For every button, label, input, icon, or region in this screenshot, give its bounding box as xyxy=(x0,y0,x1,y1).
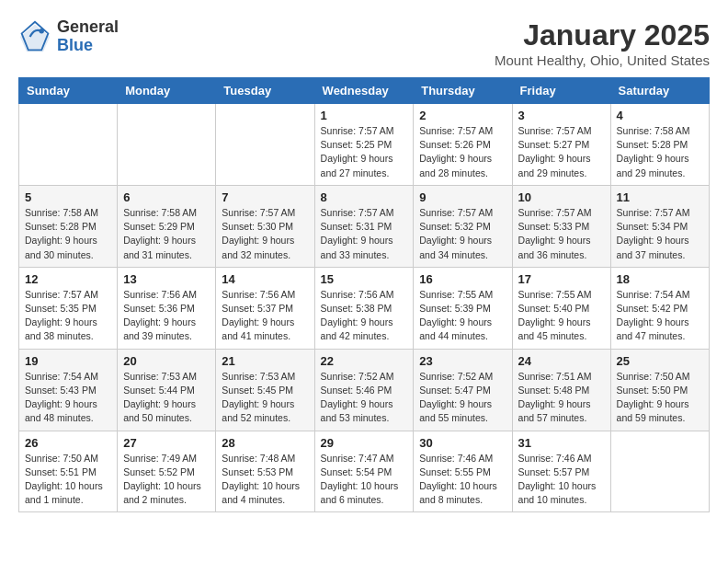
day-number: 25 xyxy=(617,354,703,368)
day-number: 15 xyxy=(321,272,408,286)
day-number: 3 xyxy=(518,109,605,122)
calendar-cell: 3Sunrise: 7:57 AM Sunset: 5:27 PM Daylig… xyxy=(512,104,610,186)
day-info: Sunrise: 7:47 AM Sunset: 5:54 PM Dayligh… xyxy=(321,452,408,508)
calendar-week-row: 26Sunrise: 7:50 AM Sunset: 5:51 PM Dayli… xyxy=(19,431,710,512)
calendar-cell: 14Sunrise: 7:56 AM Sunset: 5:37 PM Dayli… xyxy=(216,267,314,349)
day-info: Sunrise: 7:58 AM Sunset: 5:28 PM Dayligh… xyxy=(617,124,703,180)
day-number: 12 xyxy=(25,272,111,286)
day-number: 13 xyxy=(123,272,210,286)
day-number: 17 xyxy=(518,272,605,286)
title-block: January 2025 Mount Healthy, Ohio, United… xyxy=(495,18,710,68)
calendar-cell: 4Sunrise: 7:58 AM Sunset: 5:28 PM Daylig… xyxy=(610,104,709,186)
day-info: Sunrise: 7:57 AM Sunset: 5:26 PM Dayligh… xyxy=(419,124,506,180)
day-info: Sunrise: 7:49 AM Sunset: 5:52 PM Dayligh… xyxy=(123,452,210,508)
day-info: Sunrise: 7:58 AM Sunset: 5:29 PM Dayligh… xyxy=(123,206,210,262)
calendar-cell: 5Sunrise: 7:58 AM Sunset: 5:28 PM Daylig… xyxy=(19,185,118,267)
day-number: 2 xyxy=(419,109,506,122)
day-info: Sunrise: 7:53 AM Sunset: 5:45 PM Dayligh… xyxy=(222,370,308,426)
calendar-cell: 23Sunrise: 7:52 AM Sunset: 5:47 PM Dayli… xyxy=(414,349,512,431)
calendar-cell: 21Sunrise: 7:53 AM Sunset: 5:45 PM Dayli… xyxy=(216,349,314,431)
day-number: 4 xyxy=(617,109,703,122)
day-info: Sunrise: 7:50 AM Sunset: 5:50 PM Dayligh… xyxy=(617,370,703,426)
weekday-header-saturday: Saturday xyxy=(610,78,709,104)
day-number: 26 xyxy=(25,436,111,450)
day-number: 28 xyxy=(222,436,308,450)
day-info: Sunrise: 7:57 AM Sunset: 5:30 PM Dayligh… xyxy=(222,206,308,262)
svg-marker-0 xyxy=(20,24,50,52)
calendar-week-row: 19Sunrise: 7:54 AM Sunset: 5:43 PM Dayli… xyxy=(19,349,710,431)
day-number: 22 xyxy=(321,354,408,368)
logo-general-text: General xyxy=(57,18,119,37)
day-info: Sunrise: 7:46 AM Sunset: 5:55 PM Dayligh… xyxy=(419,452,506,508)
day-info: Sunrise: 7:55 AM Sunset: 5:40 PM Dayligh… xyxy=(518,288,605,344)
calendar-cell: 11Sunrise: 7:57 AM Sunset: 5:34 PM Dayli… xyxy=(610,185,709,267)
calendar-cell: 22Sunrise: 7:52 AM Sunset: 5:46 PM Dayli… xyxy=(314,349,414,431)
calendar-cell: 1Sunrise: 7:57 AM Sunset: 5:25 PM Daylig… xyxy=(314,104,414,186)
day-info: Sunrise: 7:57 AM Sunset: 5:25 PM Dayligh… xyxy=(321,124,408,180)
weekday-header-wednesday: Wednesday xyxy=(314,78,414,104)
day-info: Sunrise: 7:57 AM Sunset: 5:33 PM Dayligh… xyxy=(518,206,605,262)
calendar-cell: 6Sunrise: 7:58 AM Sunset: 5:29 PM Daylig… xyxy=(118,185,216,267)
day-number: 8 xyxy=(321,190,408,204)
calendar-cell: 10Sunrise: 7:57 AM Sunset: 5:33 PM Dayli… xyxy=(512,185,610,267)
calendar-cell: 2Sunrise: 7:57 AM Sunset: 5:26 PM Daylig… xyxy=(414,104,512,186)
day-number: 24 xyxy=(518,354,605,368)
day-number: 1 xyxy=(321,109,408,122)
calendar-cell: 31Sunrise: 7:46 AM Sunset: 5:57 PM Dayli… xyxy=(512,431,610,512)
day-info: Sunrise: 7:57 AM Sunset: 5:27 PM Dayligh… xyxy=(518,124,605,180)
calendar-cell: 18Sunrise: 7:54 AM Sunset: 5:42 PM Dayli… xyxy=(610,267,709,349)
calendar-week-row: 1Sunrise: 7:57 AM Sunset: 5:25 PM Daylig… xyxy=(19,104,710,186)
logo: General Blue xyxy=(18,18,119,55)
calendar-cell: 7Sunrise: 7:57 AM Sunset: 5:30 PM Daylig… xyxy=(216,185,314,267)
day-number: 7 xyxy=(222,190,308,204)
day-number: 23 xyxy=(419,354,506,368)
calendar-cell: 19Sunrise: 7:54 AM Sunset: 5:43 PM Dayli… xyxy=(19,349,118,431)
calendar-subtitle: Mount Healthy, Ohio, United States xyxy=(495,52,710,68)
day-number: 16 xyxy=(419,272,506,286)
calendar-cell: 29Sunrise: 7:47 AM Sunset: 5:54 PM Dayli… xyxy=(314,431,414,512)
day-info: Sunrise: 7:57 AM Sunset: 5:31 PM Dayligh… xyxy=(321,206,408,262)
calendar-cell: 9Sunrise: 7:57 AM Sunset: 5:32 PM Daylig… xyxy=(414,185,512,267)
calendar-cell: 13Sunrise: 7:56 AM Sunset: 5:36 PM Dayli… xyxy=(118,267,216,349)
day-info: Sunrise: 7:52 AM Sunset: 5:47 PM Dayligh… xyxy=(419,370,506,426)
day-number: 19 xyxy=(25,354,111,368)
day-info: Sunrise: 7:56 AM Sunset: 5:36 PM Dayligh… xyxy=(123,288,210,344)
day-info: Sunrise: 7:54 AM Sunset: 5:43 PM Dayligh… xyxy=(25,370,111,426)
day-number: 10 xyxy=(518,190,605,204)
weekday-header-sunday: Sunday xyxy=(19,78,118,104)
calendar-cell: 8Sunrise: 7:57 AM Sunset: 5:31 PM Daylig… xyxy=(314,185,414,267)
logo-text: General Blue xyxy=(57,18,119,55)
day-info: Sunrise: 7:50 AM Sunset: 5:51 PM Dayligh… xyxy=(25,452,111,508)
day-number: 6 xyxy=(123,190,210,204)
day-number: 27 xyxy=(123,436,210,450)
calendar-cell: 28Sunrise: 7:48 AM Sunset: 5:53 PM Dayli… xyxy=(216,431,314,512)
calendar-cell: 30Sunrise: 7:46 AM Sunset: 5:55 PM Dayli… xyxy=(414,431,512,512)
svg-point-2 xyxy=(40,29,44,33)
day-number: 30 xyxy=(419,436,506,450)
calendar-cell: 25Sunrise: 7:50 AM Sunset: 5:50 PM Dayli… xyxy=(610,349,709,431)
calendar-cell xyxy=(216,104,314,186)
day-info: Sunrise: 7:52 AM Sunset: 5:46 PM Dayligh… xyxy=(321,370,408,426)
weekday-header-monday: Monday xyxy=(118,78,216,104)
day-number: 14 xyxy=(222,272,308,286)
day-number: 29 xyxy=(321,436,408,450)
day-number: 11 xyxy=(617,190,703,204)
day-info: Sunrise: 7:48 AM Sunset: 5:53 PM Dayligh… xyxy=(222,452,308,508)
calendar-header-row: SundayMondayTuesdayWednesdayThursdayFrid… xyxy=(19,78,710,104)
calendar-cell: 15Sunrise: 7:56 AM Sunset: 5:38 PM Dayli… xyxy=(314,267,414,349)
calendar-cell xyxy=(118,104,216,186)
day-info: Sunrise: 7:57 AM Sunset: 5:32 PM Dayligh… xyxy=(419,206,506,262)
weekday-header-friday: Friday xyxy=(512,78,610,104)
calendar-cell: 17Sunrise: 7:55 AM Sunset: 5:40 PM Dayli… xyxy=(512,267,610,349)
day-info: Sunrise: 7:55 AM Sunset: 5:39 PM Dayligh… xyxy=(419,288,506,344)
day-info: Sunrise: 7:57 AM Sunset: 5:35 PM Dayligh… xyxy=(25,288,111,344)
day-number: 20 xyxy=(123,354,210,368)
calendar-week-row: 5Sunrise: 7:58 AM Sunset: 5:28 PM Daylig… xyxy=(19,185,710,267)
day-info: Sunrise: 7:56 AM Sunset: 5:38 PM Dayligh… xyxy=(321,288,408,344)
calendar-cell: 12Sunrise: 7:57 AM Sunset: 5:35 PM Dayli… xyxy=(19,267,118,349)
calendar-cell: 16Sunrise: 7:55 AM Sunset: 5:39 PM Dayli… xyxy=(414,267,512,349)
calendar-cell xyxy=(610,431,709,512)
calendar-cell: 27Sunrise: 7:49 AM Sunset: 5:52 PM Dayli… xyxy=(118,431,216,512)
day-number: 5 xyxy=(25,190,111,204)
day-info: Sunrise: 7:51 AM Sunset: 5:48 PM Dayligh… xyxy=(518,370,605,426)
